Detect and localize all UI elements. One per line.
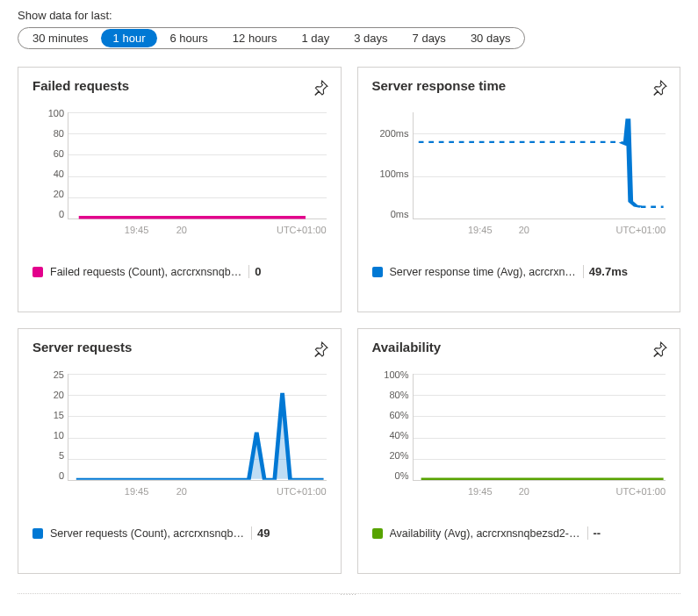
chart-server-response-time[interactable]: x 200ms x 100ms x 0ms 19:45 20 UTC+01:0 — [372, 109, 666, 240]
time-range-label: Show data for last: — [18, 9, 680, 22]
legend: Failed requests (Count), acrcrxnsnqb… 0 — [32, 265, 327, 278]
legend-value: 49.7ms — [583, 265, 628, 278]
legend-swatch — [372, 267, 383, 277]
card-failed-requests: Failed requests 100 80 60 40 20 0 19:45 — [18, 67, 342, 312]
legend-label: Server response time (Avg), acrcrxn… — [390, 266, 576, 278]
time-pill-3d[interactable]: 3 days — [342, 29, 399, 47]
legend-value: 49 — [251, 526, 270, 540]
card-server-response-time: Server response time x 200ms x 100ms x 0… — [357, 67, 681, 312]
card-title: Failed requests — [32, 78, 327, 93]
legend-label: Server requests (Count), acrcrxnsnqb… — [50, 527, 244, 540]
legend-label: Availability (Avg), acrcrxnsnqbezsd2-… — [390, 527, 580, 540]
time-pill-30m[interactable]: 30 minutes — [20, 29, 101, 47]
x-axis: 19:45 20 UTC+01:00 — [413, 225, 666, 240]
time-pill-1h[interactable]: 1 hour — [101, 29, 158, 47]
y-axis: x 200ms x 100ms x 0ms — [372, 109, 409, 219]
time-pill-1d[interactable]: 1 day — [289, 29, 342, 47]
card-title: Server response time — [372, 78, 666, 93]
legend-value: -- — [587, 526, 601, 540]
x-axis: 19:45 20 UTC+01:00 — [68, 486, 327, 502]
time-pill-7d[interactable]: 7 days — [400, 29, 458, 47]
legend-swatch — [32, 267, 43, 277]
y-axis: 25 20 15 10 5 0 — [32, 370, 64, 481]
legend-swatch — [32, 528, 43, 539]
card-title: Server requests — [32, 340, 327, 355]
time-range-selector: 30 minutes 1 hour 6 hours 12 hours 1 day… — [18, 27, 525, 49]
y-axis: 100% 80% 60% 40% 20% 0% — [372, 370, 409, 481]
legend-value: 0 — [248, 265, 261, 278]
chart-failed-requests[interactable]: 100 80 60 40 20 0 19:45 20 UTC+01:00 — [32, 109, 327, 240]
pin-icon[interactable] — [651, 341, 667, 357]
y-axis: 100 80 60 40 20 0 — [32, 109, 64, 219]
legend-swatch — [372, 528, 383, 539]
legend: Availability (Avg), acrcrxnsnqbezsd2-… -… — [372, 526, 666, 540]
legend: Server response time (Avg), acrcrxn… 49.… — [372, 265, 666, 278]
chart-server-requests[interactable]: 25 20 15 10 5 0 19:45 20 UTC+01:00 — [32, 370, 327, 502]
resize-handle[interactable] — [18, 593, 680, 596]
pin-icon[interactable] — [651, 80, 667, 96]
time-pill-6h[interactable]: 6 hours — [157, 29, 219, 47]
time-pill-12h[interactable]: 12 hours — [220, 29, 290, 47]
legend: Server requests (Count), acrcrxnsnqb… 49 — [32, 526, 327, 540]
x-axis: 19:45 20 UTC+01:00 — [68, 225, 327, 240]
legend-label: Failed requests (Count), acrcrxnsnqb… — [50, 266, 241, 278]
pin-icon[interactable] — [313, 341, 328, 357]
chart-availability[interactable]: 100% 80% 60% 40% 20% 0% 19:45 20 UTC+01:… — [372, 370, 666, 502]
pin-icon[interactable] — [313, 80, 328, 96]
card-server-requests: Server requests 25 20 15 10 5 0 19:45 — [18, 328, 342, 574]
card-title: Availability — [372, 340, 666, 355]
x-axis: 19:45 20 UTC+01:00 — [413, 486, 666, 502]
time-pill-30d[interactable]: 30 days — [458, 29, 523, 47]
card-availability: Availability 100% 80% 60% 40% 20% 0% 19:… — [357, 328, 681, 574]
